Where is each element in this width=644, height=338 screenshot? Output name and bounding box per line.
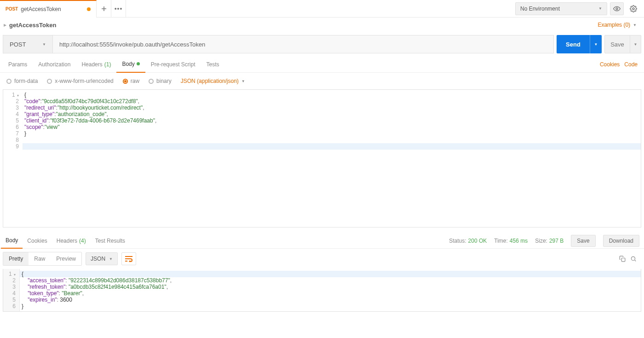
radio-form-data[interactable]: form-data	[6, 78, 38, 84]
response-lang-select[interactable]: JSON ▼	[86, 252, 118, 265]
env-quicklook-button[interactable]	[610, 2, 624, 15]
send-button[interactable]: Send	[557, 35, 590, 53]
send-label: Send	[566, 41, 581, 48]
copy-response-button[interactable]	[619, 256, 626, 262]
editor-lines[interactable]: {"code":"9ccd6a55f0d74bc79d0f43c10c272df…	[23, 90, 641, 152]
http-method-select[interactable]: POST ▼	[3, 35, 52, 53]
send-dropdown-button[interactable]: ▼	[590, 35, 602, 53]
code-link[interactable]: Code	[624, 61, 638, 68]
wrap-lines-button[interactable]	[121, 252, 136, 265]
tab-headers[interactable]: Headers(1)	[76, 56, 116, 73]
resp-tab-body[interactable]: Body	[1, 233, 23, 249]
http-method-label: POST	[10, 41, 26, 48]
search-icon	[630, 256, 637, 262]
svg-point-1	[632, 8, 634, 10]
editor-gutter: 1 ▾23456	[3, 269, 20, 311]
cookies-link[interactable]: Cookies	[600, 61, 620, 68]
tab-params[interactable]: Params	[3, 56, 33, 73]
caret-down-icon: ▼	[242, 79, 245, 83]
tab-overflow-button[interactable]: •••	[111, 0, 126, 17]
tab-prerequest[interactable]: Pre-request Script	[145, 56, 201, 73]
tab-get-access-token[interactable]: POST getAccessToken	[0, 0, 97, 17]
gear-icon	[630, 5, 637, 12]
env-controls: No Environment ▼	[515, 2, 644, 15]
breadcrumb-row: ▶ getAccessToken Examples (0) ▼	[0, 17, 644, 32]
tab-tests[interactable]: Tests	[201, 56, 224, 73]
radio-urlencoded[interactable]: x-www-form-urlencoded	[47, 78, 113, 84]
tab-dirty-dot-icon	[87, 7, 91, 11]
add-tab-button[interactable]	[97, 0, 111, 17]
response-tabs: Body Cookies Headers(4) Test Results Sta…	[0, 233, 644, 249]
body-dirty-dot-icon	[137, 62, 140, 65]
tab-title: getAccessToken	[21, 6, 61, 12]
caret-down-icon: ▼	[42, 42, 46, 47]
settings-button[interactable]	[627, 2, 640, 15]
viewmode-pretty[interactable]: Pretty	[3, 252, 29, 265]
save-label: Save	[610, 41, 624, 48]
search-response-button[interactable]	[630, 256, 637, 262]
svg-point-0	[616, 8, 618, 10]
viewmode-preview[interactable]: Preview	[51, 252, 81, 265]
request-name: getAccessToken	[9, 22, 56, 29]
caret-down-icon: ▼	[634, 42, 638, 47]
editor-gutter: 1 ▾23456789	[3, 90, 23, 152]
download-response-button[interactable]: Download	[603, 235, 639, 247]
viewmode-group: Pretty Raw Preview	[3, 252, 82, 266]
request-tabs: POST getAccessToken •••	[0, 0, 515, 17]
radio-raw[interactable]: raw	[123, 78, 139, 84]
response-status-bar: Status:200 OK Time:456 ms Size:297 B Sav…	[449, 235, 643, 247]
body-type-row: form-data x-www-form-urlencoded raw bina…	[0, 73, 644, 89]
save-response-button[interactable]: Save	[571, 235, 595, 247]
resp-tab-headers[interactable]: Headers(4)	[52, 233, 91, 249]
environment-select[interactable]: No Environment ▼	[515, 2, 607, 15]
viewmode-raw[interactable]: Raw	[29, 252, 51, 265]
resp-tab-cookies[interactable]: Cookies	[23, 233, 52, 249]
tab-body[interactable]: Body	[116, 56, 145, 73]
caret-down-icon: ▼	[633, 23, 637, 27]
examples-label: Examples (0)	[598, 22, 630, 28]
svg-rect-2	[621, 258, 625, 262]
request-section-tabs: Params Authorization Headers(1) Body Pre…	[0, 56, 644, 73]
request-row: POST ▼ Send ▼ Save ▼	[0, 32, 644, 56]
save-button[interactable]: Save	[604, 35, 630, 53]
request-body-editor[interactable]: 1 ▾23456789 {"code":"9ccd6a55f0d74bc79d0…	[3, 89, 641, 227]
examples-dropdown[interactable]: Examples (0) ▼	[598, 22, 640, 28]
wrap-icon	[125, 256, 133, 262]
resp-tab-tests[interactable]: Test Results	[91, 233, 130, 249]
plus-icon	[101, 6, 107, 12]
caret-down-icon: ▼	[109, 257, 113, 261]
svg-point-3	[631, 256, 635, 260]
environment-label: No Environment	[520, 6, 560, 12]
copy-icon	[619, 256, 626, 262]
editor-lines[interactable]: { "access_token": "9222314c899b42d086d38…	[20, 269, 641, 311]
response-viewmode-row: Pretty Raw Preview JSON ▼	[0, 249, 644, 269]
content-type-select[interactable]: JSON (application/json) ▼	[181, 78, 245, 84]
tab-authorization[interactable]: Authorization	[33, 56, 76, 73]
eye-icon	[613, 5, 621, 12]
response-panel: Body Cookies Headers(4) Test Results Sta…	[0, 233, 644, 312]
caret-down-icon: ▼	[594, 42, 598, 47]
response-body-editor[interactable]: 1 ▾23456 { "access_token": "9222314c899b…	[3, 269, 641, 312]
tab-method-label: POST	[6, 6, 18, 12]
save-dropdown-button[interactable]: ▼	[630, 35, 641, 53]
caret-down-icon: ▼	[598, 6, 602, 11]
url-input[interactable]	[52, 35, 554, 53]
top-bar: POST getAccessToken ••• No Environment ▼	[0, 0, 644, 17]
radio-binary[interactable]: binary	[149, 78, 172, 84]
collapse-triangle-icon[interactable]: ▶	[4, 23, 6, 27]
